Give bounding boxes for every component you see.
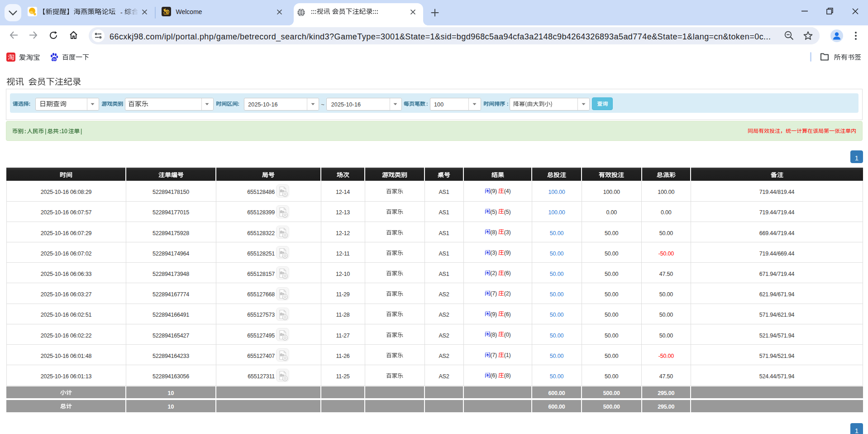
- svg-text:du: du: [52, 58, 56, 61]
